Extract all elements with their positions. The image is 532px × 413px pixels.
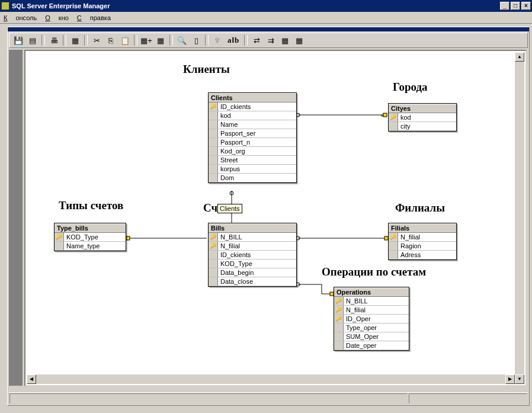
column-icon bbox=[209, 156, 218, 164]
menu-console[interactable]: Консоль bbox=[4, 14, 37, 21]
scroll-down-icon[interactable]: ▼ bbox=[515, 374, 524, 384]
table-clients[interactable]: Clients 🔑ID_ckientskodNamePasport_serPas… bbox=[208, 92, 297, 183]
column-row[interactable]: Street bbox=[209, 156, 296, 165]
column-row[interactable]: 🔑N_filial bbox=[209, 242, 296, 251]
diagram-canvas[interactable]: ∞ Клиенты Города Типы счетов Сч Филиалы … bbox=[24, 50, 527, 386]
column-row[interactable]: 🔑ID_ckients bbox=[209, 103, 296, 111]
primary-key-icon: 🔑 bbox=[389, 233, 398, 241]
tooltip: Clients bbox=[217, 204, 242, 213]
column-row[interactable]: KOD_Type bbox=[209, 260, 296, 268]
grid-icon[interactable]: ▦ bbox=[278, 34, 291, 46]
column-row[interactable]: 🔑N_BILL bbox=[209, 233, 296, 242]
column-row[interactable]: Adress bbox=[389, 251, 456, 260]
column-icon bbox=[334, 341, 344, 350]
annotation-icon[interactable]: alb bbox=[225, 34, 242, 46]
table-type-bills[interactable]: Type_bills 🔑KOD_TypeName_type bbox=[54, 223, 126, 251]
caption-clients: Клиенты bbox=[183, 63, 230, 76]
column-row[interactable]: 🔑ID_Oper bbox=[334, 315, 409, 324]
column-row[interactable]: Data_close bbox=[209, 277, 296, 286]
copy-icon[interactable]: ⎘ bbox=[104, 34, 117, 46]
column-row[interactable]: Pasport_n bbox=[209, 138, 296, 147]
column-row[interactable]: kod bbox=[209, 111, 296, 120]
column-icon bbox=[209, 251, 218, 259]
scroll-left-icon[interactable]: ◀ bbox=[27, 374, 36, 384]
close-button[interactable]: × bbox=[521, 2, 531, 10]
doc-titlebar bbox=[8, 27, 529, 31]
arrange-icon[interactable]: ⇉ bbox=[264, 34, 277, 46]
column-row[interactable]: Name bbox=[209, 120, 296, 129]
column-row[interactable]: SUM_Oper bbox=[334, 332, 409, 341]
column-row[interactable]: Kod_org bbox=[209, 147, 296, 156]
key-icon[interactable]: ♆ bbox=[211, 34, 224, 46]
page-setup-icon[interactable]: ▯ bbox=[190, 34, 203, 46]
add-table-icon[interactable]: ▦+ bbox=[140, 34, 153, 46]
menu-help[interactable]: Справка bbox=[77, 14, 111, 21]
primary-key-icon: 🔑 bbox=[55, 233, 64, 241]
column-name: SUM_Oper bbox=[344, 333, 409, 340]
column-name: Pasport_ser bbox=[218, 130, 296, 137]
column-row[interactable]: Pasport_ser bbox=[209, 129, 296, 138]
table-cityes[interactable]: Cityes 🔑kodcity bbox=[388, 103, 457, 132]
save-icon[interactable]: 💾 bbox=[12, 34, 25, 46]
column-icon bbox=[209, 260, 218, 268]
column-row[interactable]: ID_ckients bbox=[209, 251, 296, 260]
column-row[interactable]: 🔑KOD_Type bbox=[55, 233, 126, 242]
column-row[interactable]: Ragion bbox=[389, 242, 456, 251]
column-icon bbox=[334, 332, 344, 341]
table-columns: 🔑KOD_TypeName_type bbox=[55, 233, 126, 251]
column-row[interactable]: Dom bbox=[209, 174, 296, 183]
document-window: 💾 ▤ 🖶 ▦ ✂ ⎘ 📋 ▦+ ▦ 🔍 ▯ ♆ alb ⇄ ⇉ ▦ ▦ ∞ bbox=[7, 27, 530, 406]
column-name: ID_ckients bbox=[218, 103, 296, 110]
relationship-icon[interactable]: ⇄ bbox=[250, 34, 263, 46]
column-row[interactable]: 🔑N_filial bbox=[334, 306, 409, 315]
delete-icon[interactable]: ▦ bbox=[154, 34, 167, 46]
menu-window[interactable]: Окно bbox=[45, 14, 69, 21]
column-name: Pasport_n bbox=[218, 139, 296, 146]
scroll-right-icon[interactable]: ▶ bbox=[505, 374, 515, 384]
column-row[interactable]: Name_type bbox=[55, 242, 126, 251]
properties-icon[interactable]: ▤ bbox=[26, 34, 39, 46]
table-bills[interactable]: Bills 🔑N_BILL🔑N_filialID_ckientsKOD_Type… bbox=[208, 223, 297, 287]
column-row[interactable]: 🔑N_BILL bbox=[334, 297, 409, 306]
table-filials[interactable]: Filials 🔑N_filialRagionAdress bbox=[388, 223, 457, 260]
column-row[interactable]: korpus bbox=[209, 165, 296, 174]
horizontal-scrollbar[interactable]: ◀ ▶ bbox=[27, 374, 515, 384]
toolbar-separator bbox=[134, 35, 137, 46]
cut-icon[interactable]: ✂ bbox=[90, 34, 103, 46]
zoom-icon[interactable]: 🔍 bbox=[175, 34, 188, 46]
column-icon bbox=[209, 129, 218, 137]
table-columns: 🔑kodcity bbox=[389, 113, 456, 131]
primary-key-icon: 🔑 bbox=[209, 242, 218, 250]
column-icon bbox=[209, 147, 218, 155]
scroll-up-icon[interactable]: ▲ bbox=[515, 52, 524, 62]
vertical-scrollbar[interactable]: ▲ ▼ bbox=[515, 52, 524, 384]
primary-key-icon: 🔑 bbox=[209, 103, 218, 111]
paste-icon[interactable]: 📋 bbox=[118, 34, 132, 46]
column-icon bbox=[389, 122, 398, 130]
print-icon[interactable]: 🖶 bbox=[47, 34, 60, 46]
primary-key-icon: 🔑 bbox=[334, 315, 344, 323]
column-row[interactable]: Type_oper bbox=[334, 324, 409, 332]
column-name: N_filial bbox=[398, 233, 456, 241]
minimize-button[interactable]: _ bbox=[500, 2, 509, 10]
column-icon bbox=[209, 138, 218, 146]
column-icon bbox=[55, 242, 64, 250]
column-row[interactable]: city bbox=[389, 122, 456, 131]
column-name: kod bbox=[398, 114, 456, 121]
new-table-icon[interactable]: ▦ bbox=[69, 34, 82, 46]
column-icon bbox=[209, 277, 218, 286]
column-name: Type_oper bbox=[344, 324, 409, 331]
column-row[interactable]: Data_begin bbox=[209, 268, 296, 277]
table-header: Type_bills bbox=[55, 223, 126, 233]
column-row[interactable]: 🔑kod bbox=[389, 113, 456, 122]
column-name: ID_ckients bbox=[218, 251, 296, 258]
column-row[interactable]: Date_oper bbox=[334, 341, 409, 350]
maximize-button[interactable]: □ bbox=[511, 2, 520, 10]
caption-cities: Города bbox=[393, 81, 428, 94]
column-row[interactable]: 🔑N_filial bbox=[389, 233, 456, 242]
status-pane bbox=[9, 393, 408, 404]
table-operations[interactable]: Operations 🔑N_BILL🔑N_filial🔑ID_OperType_… bbox=[334, 287, 409, 351]
primary-key-icon: 🔑 bbox=[209, 233, 218, 241]
layout-icon[interactable]: ▦ bbox=[293, 34, 306, 46]
table-columns: 🔑ID_ckientskodNamePasport_serPasport_nKo… bbox=[209, 103, 296, 183]
